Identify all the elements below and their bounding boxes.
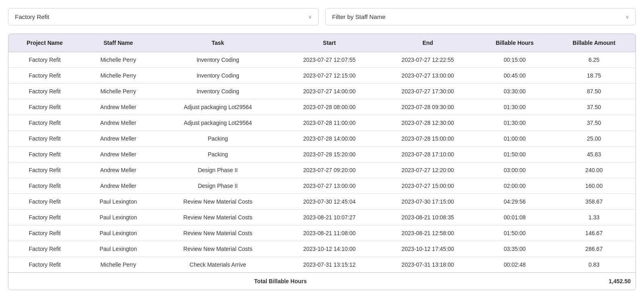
col-header-staff-name: Staff Name <box>81 34 156 52</box>
cell-row1-col5: 00:45:00 <box>477 68 552 84</box>
cell-row1-col4: 2023-07-27 13:00:00 <box>378 68 477 84</box>
table-row: Factory RefitAndrew MellerDesign Phase I… <box>8 162 636 178</box>
project-filter-dropdown[interactable]: Factory Refit ∨ <box>8 8 319 25</box>
cell-row9-col4: 2023-07-30 17:15:00 <box>378 194 477 210</box>
cell-row6-col4: 2023-07-28 17:10:00 <box>378 147 477 162</box>
cell-row7-col3: 2023-07-27 09:20:00 <box>280 162 378 178</box>
col-header-end: End <box>378 34 477 52</box>
data-table-container: Project Name Staff Name Task Start End B… <box>8 34 636 290</box>
cell-row4-col4: 2023-07-28 12:30:00 <box>378 115 477 131</box>
project-filter-label: Factory Refit <box>15 13 49 20</box>
cell-row6-col1: Andrew Meller <box>81 147 156 162</box>
table-row: Factory RefitAndrew MellerPacking2023-07… <box>8 147 636 162</box>
table-header-row: Project Name Staff Name Task Start End B… <box>8 34 636 52</box>
cell-row9-col0: Factory Refit <box>8 194 81 210</box>
table-row: Factory RefitAndrew MellerAdjust packagi… <box>8 115 636 131</box>
cell-row4-col1: Andrew Meller <box>81 115 156 131</box>
cell-row9-col1: Paul Lexington <box>81 194 156 210</box>
cell-row8-col5: 02:00:00 <box>477 178 552 194</box>
cell-row13-col5: 00:02:48 <box>477 257 552 273</box>
cell-row13-col4: 2023-07-31 13:18:00 <box>378 257 477 273</box>
cell-row8-col0: Factory Refit <box>8 178 81 194</box>
cell-row12-col2: Review New Material Costs <box>155 241 280 257</box>
cell-row4-col3: 2023-07-28 11:00:00 <box>280 115 378 131</box>
total-label: Total Billable Hours <box>8 273 552 290</box>
cell-row7-col0: Factory Refit <box>8 162 81 178</box>
cell-row8-col4: 2023-07-27 15:00:00 <box>378 178 477 194</box>
cell-row9-col5: 04:29:56 <box>477 194 552 210</box>
cell-row1-col0: Factory Refit <box>8 68 81 84</box>
cell-row12-col6: 286.67 <box>552 241 636 257</box>
cell-row11-col4: 2023-08-21 12:58:00 <box>378 225 477 241</box>
cell-row7-col6: 240.00 <box>552 162 636 178</box>
table-row: Factory RefitMichelle PerryInventory Cod… <box>8 68 636 84</box>
cell-row2-col1: Michelle Perry <box>81 84 156 99</box>
cell-row8-col1: Andrew Meller <box>81 178 156 194</box>
cell-row1-col6: 18.75 <box>552 68 636 84</box>
cell-row9-col2: Review New Material Costs <box>155 194 280 210</box>
table-row: Factory RefitMichelle PerryInventory Cod… <box>8 52 636 68</box>
cell-row0-col3: 2023-07-27 12:07:55 <box>280 52 378 68</box>
cell-row5-col2: Packing <box>155 131 280 147</box>
cell-row0-col2: Inventory Coding <box>155 52 280 68</box>
col-header-start: Start <box>280 34 378 52</box>
cell-row5-col6: 25.00 <box>552 131 636 147</box>
cell-row6-col0: Factory Refit <box>8 147 81 162</box>
cell-row10-col1: Paul Lexington <box>81 210 156 225</box>
cell-row12-col3: 2023-10-12 14:10:00 <box>280 241 378 257</box>
cell-row10-col4: 2023-08-21 10:08:35 <box>378 210 477 225</box>
cell-row4-col0: Factory Refit <box>8 115 81 131</box>
cell-row12-col4: 2023-10-12 17:45:00 <box>378 241 477 257</box>
cell-row4-col6: 37.50 <box>552 115 636 131</box>
cell-row11-col2: Review New Material Costs <box>155 225 280 241</box>
cell-row6-col6: 45.83 <box>552 147 636 162</box>
cell-row2-col4: 2023-07-27 17:30:00 <box>378 84 477 99</box>
table-row: Factory RefitAndrew MellerPacking2023-07… <box>8 131 636 147</box>
cell-row3-col6: 37.50 <box>552 99 636 115</box>
col-header-task: Task <box>155 34 280 52</box>
cell-row2-col5: 03:30:00 <box>477 84 552 99</box>
cell-row7-col5: 03:00:00 <box>477 162 552 178</box>
cell-row2-col6: 87.50 <box>552 84 636 99</box>
cell-row3-col0: Factory Refit <box>8 99 81 115</box>
cell-row7-col4: 2023-07-27 12:20:00 <box>378 162 477 178</box>
table-row: Factory RefitPaul LexingtonReview New Ma… <box>8 241 636 257</box>
total-amount: 1,452.50 <box>552 273 636 290</box>
table-row: Factory RefitPaul LexingtonReview New Ma… <box>8 210 636 225</box>
cell-row10-col0: Factory Refit <box>8 210 81 225</box>
cell-row3-col3: 2023-07-28 08:00:00 <box>280 99 378 115</box>
cell-row3-col2: Adjust packaging Lot29564 <box>155 99 280 115</box>
cell-row12-col1: Paul Lexington <box>81 241 156 257</box>
cell-row7-col1: Andrew Meller <box>81 162 156 178</box>
staff-filter-dropdown[interactable]: Filter by Staff Name ∨ <box>325 8 636 25</box>
cell-row6-col5: 01:50:00 <box>477 147 552 162</box>
cell-row9-col6: 358.67 <box>552 194 636 210</box>
cell-row8-col6: 160.00 <box>552 178 636 194</box>
cell-row5-col4: 2023-07-28 15:00:00 <box>378 131 477 147</box>
cell-row5-col5: 01:00:00 <box>477 131 552 147</box>
cell-row1-col1: Michelle Perry <box>81 68 156 84</box>
cell-row2-col2: Inventory Coding <box>155 84 280 99</box>
cell-row11-col6: 146.67 <box>552 225 636 241</box>
table-row: Factory RefitAndrew MellerDesign Phase I… <box>8 178 636 194</box>
col-header-project-name: Project Name <box>8 34 81 52</box>
table-row: Factory RefitPaul LexingtonReview New Ma… <box>8 194 636 210</box>
table-row: Factory RefitPaul LexingtonReview New Ma… <box>8 225 636 241</box>
cell-row13-col2: Check Materials Arrive <box>155 257 280 273</box>
cell-row11-col5: 01:50:00 <box>477 225 552 241</box>
cell-row13-col6: 0.83 <box>552 257 636 273</box>
cell-row2-col3: 2023-07-27 14:00:00 <box>280 84 378 99</box>
total-row: Total Billable Hours 1,452.50 <box>8 273 636 290</box>
cell-row4-col5: 01:30:00 <box>477 115 552 131</box>
project-filter-chevron-icon: ∨ <box>308 14 312 20</box>
cell-row0-col4: 2023-07-27 12:22:55 <box>378 52 477 68</box>
cell-row13-col0: Factory Refit <box>8 257 81 273</box>
cell-row1-col3: 2023-07-27 12:15:00 <box>280 68 378 84</box>
cell-row7-col2: Design Phase II <box>155 162 280 178</box>
cell-row8-col2: Design Phase II <box>155 178 280 194</box>
table-row: Factory RefitAndrew MellerAdjust packagi… <box>8 99 636 115</box>
table-row: Factory RefitMichelle PerryCheck Materia… <box>8 257 636 273</box>
cell-row11-col3: 2023-08-21 11:08:00 <box>280 225 378 241</box>
cell-row11-col0: Factory Refit <box>8 225 81 241</box>
cell-row10-col3: 2023-08-21 10:07:27 <box>280 210 378 225</box>
